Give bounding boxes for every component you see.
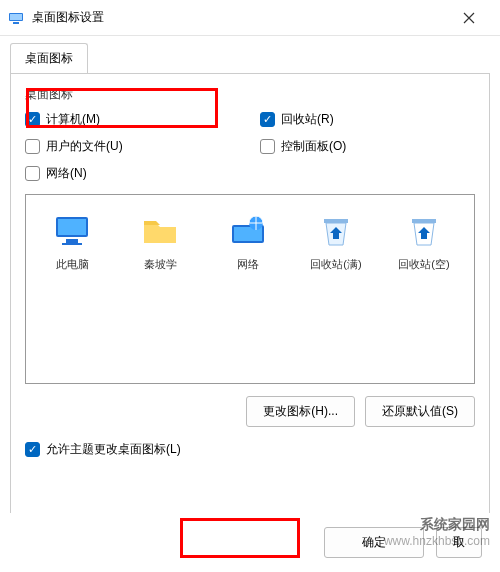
folder-icon [140,211,180,251]
checkbox-icon [25,112,40,127]
icon-preview-list: 此电脑 秦坡学 网络 回收站(满) 回收站(空) [25,194,475,384]
change-icon-button[interactable]: 更改图标(H)... [246,396,355,427]
restore-defaults-button[interactable]: 还原默认值(S) [365,396,475,427]
checkbox-icon [260,112,275,127]
icon-label: 回收站(空) [388,257,460,272]
app-icon [8,10,24,26]
svg-rect-4 [58,219,86,235]
window-title: 桌面图标设置 [32,9,446,26]
group-label: 桌面图标 [25,86,475,103]
icon-label: 秦坡学 [124,257,196,272]
icon-userfolder[interactable]: 秦坡学 [124,211,196,272]
icon-thispc[interactable]: 此电脑 [36,211,108,272]
check-recycle[interactable]: 回收站(R) [260,111,475,128]
check-label: 允许主题更改桌面图标(L) [46,441,181,458]
check-computer[interactable]: 计算机(M) [25,111,240,128]
svg-rect-10 [324,219,348,223]
icon-recyclebin-full[interactable]: 回收站(满) [300,211,372,272]
monitor-icon [52,211,92,251]
icon-network[interactable]: 网络 [212,211,284,272]
icon-label: 网络 [212,257,284,272]
check-label: 计算机(M) [46,111,100,128]
check-label: 用户的文件(U) [46,138,123,155]
checkbox-icon [25,139,40,154]
icon-label: 此电脑 [36,257,108,272]
check-allow-theme[interactable]: 允许主题更改桌面图标(L) [25,441,475,458]
tab-desktop-icons[interactable]: 桌面图标 [10,43,88,74]
svg-rect-6 [62,243,82,245]
network-icon [228,211,268,251]
svg-rect-11 [412,219,436,223]
checkbox-icon [260,139,275,154]
tab-panel: 桌面图标 计算机(M) 回收站(R) 用户的文件(U) 控制面板(O) 网络(N… [10,73,490,533]
icon-label: 回收站(满) [300,257,372,272]
svg-rect-2 [10,14,22,20]
checkbox-icon [25,166,40,181]
check-network[interactable]: 网络(N) [25,165,240,182]
dialog-button-bar: 确定 取 [0,513,500,572]
title-bar: 桌面图标设置 [0,0,500,36]
close-button[interactable] [446,2,492,34]
check-cpanel[interactable]: 控制面板(O) [260,138,475,155]
check-label: 网络(N) [46,165,87,182]
ok-button[interactable]: 确定 [324,527,424,558]
svg-rect-1 [13,22,19,24]
icon-buttons-row: 更改图标(H)... 还原默认值(S) [25,396,475,427]
cancel-button[interactable]: 取 [436,527,482,558]
recycle-full-icon [316,211,356,251]
checkbox-grid: 计算机(M) 回收站(R) 用户的文件(U) 控制面板(O) 网络(N) [25,111,475,182]
check-userfiles[interactable]: 用户的文件(U) [25,138,240,155]
svg-rect-5 [66,239,78,243]
check-label: 回收站(R) [281,111,334,128]
tab-strip: 桌面图标 [0,36,500,73]
recycle-empty-icon [404,211,444,251]
icon-recyclebin-empty[interactable]: 回收站(空) [388,211,460,272]
checkbox-icon [25,442,40,457]
check-label: 控制面板(O) [281,138,346,155]
